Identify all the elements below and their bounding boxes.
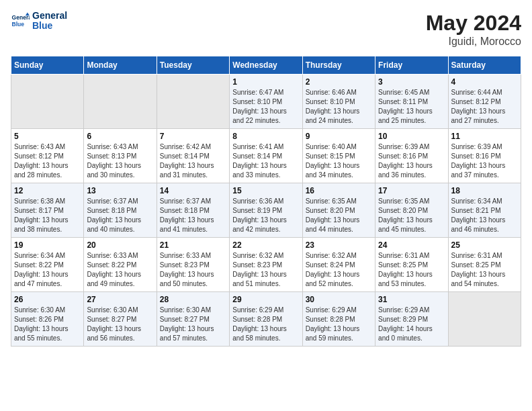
calendar-body: 1Sunrise: 6:47 AM Sunset: 8:10 PM Daylig… xyxy=(11,75,521,347)
day-info: Sunrise: 6:33 AM Sunset: 8:22 PM Dayligh… xyxy=(87,251,153,289)
day-number: 7 xyxy=(160,132,226,141)
day-number: 23 xyxy=(306,240,372,250)
day-info: Sunrise: 6:46 AM Sunset: 8:10 PM Dayligh… xyxy=(306,88,372,126)
day-info: Sunrise: 6:30 AM Sunset: 8:27 PM Dayligh… xyxy=(87,306,153,343)
day-number: 6 xyxy=(87,132,153,141)
calendar-week-row: 19Sunrise: 6:34 AM Sunset: 8:22 PM Dayli… xyxy=(11,238,521,292)
day-info: Sunrise: 6:42 AM Sunset: 8:14 PM Dayligh… xyxy=(160,142,226,180)
calendar-cell: 13Sunrise: 6:37 AM Sunset: 8:18 PM Dayli… xyxy=(84,183,157,238)
day-number: 1 xyxy=(232,77,299,87)
calendar-cell xyxy=(157,75,229,129)
calendar-cell: 21Sunrise: 6:33 AM Sunset: 8:23 PM Dayli… xyxy=(157,238,229,292)
day-info: Sunrise: 6:34 AM Sunset: 8:22 PM Dayligh… xyxy=(14,251,81,289)
day-number: 27 xyxy=(87,295,153,304)
calendar-cell: 6Sunrise: 6:43 AM Sunset: 8:13 PM Daylig… xyxy=(84,129,157,183)
day-number: 20 xyxy=(87,240,153,250)
header-row: SundayMondayTuesdayWednesdayThursdayFrid… xyxy=(11,56,521,75)
day-info: Sunrise: 6:31 AM Sunset: 8:25 PM Dayligh… xyxy=(378,251,445,289)
day-info: Sunrise: 6:32 AM Sunset: 8:23 PM Dayligh… xyxy=(232,251,299,289)
day-number: 17 xyxy=(378,186,445,195)
calendar-cell: 15Sunrise: 6:36 AM Sunset: 8:19 PM Dayli… xyxy=(230,183,302,238)
weekday-header: Wednesday xyxy=(230,56,302,75)
calendar-cell: 24Sunrise: 6:31 AM Sunset: 8:25 PM Dayli… xyxy=(375,238,448,292)
day-number: 3 xyxy=(378,77,445,87)
day-info: Sunrise: 6:39 AM Sunset: 8:16 PM Dayligh… xyxy=(378,142,445,180)
day-info: Sunrise: 6:31 AM Sunset: 8:25 PM Dayligh… xyxy=(451,251,518,289)
calendar-cell xyxy=(84,75,157,129)
day-number: 8 xyxy=(232,132,299,141)
month-year: May 2024 xyxy=(426,11,521,36)
day-info: Sunrise: 6:39 AM Sunset: 8:16 PM Dayligh… xyxy=(451,142,518,180)
calendar-cell: 19Sunrise: 6:34 AM Sunset: 8:22 PM Dayli… xyxy=(11,238,84,292)
day-number: 4 xyxy=(451,77,518,87)
day-info: Sunrise: 6:29 AM Sunset: 8:29 PM Dayligh… xyxy=(378,306,445,343)
calendar-cell: 14Sunrise: 6:37 AM Sunset: 8:18 PM Dayli… xyxy=(157,183,229,238)
calendar-cell: 7Sunrise: 6:42 AM Sunset: 8:14 PM Daylig… xyxy=(157,129,229,183)
location: Iguidi, Morocco xyxy=(426,36,521,48)
day-info: Sunrise: 6:29 AM Sunset: 8:28 PM Dayligh… xyxy=(306,306,372,343)
logo-blue: Blue xyxy=(32,21,67,31)
day-number: 15 xyxy=(232,186,299,195)
day-number: 30 xyxy=(306,295,372,304)
day-info: Sunrise: 6:45 AM Sunset: 8:11 PM Dayligh… xyxy=(378,88,445,126)
day-number: 25 xyxy=(451,240,518,250)
calendar-week-row: 12Sunrise: 6:38 AM Sunset: 8:17 PM Dayli… xyxy=(11,183,521,238)
day-number: 22 xyxy=(232,240,299,250)
day-info: Sunrise: 6:35 AM Sunset: 8:20 PM Dayligh… xyxy=(378,197,445,234)
weekday-header: Thursday xyxy=(302,56,375,75)
weekday-header: Sunday xyxy=(11,56,84,75)
weekday-header: Friday xyxy=(375,56,448,75)
day-number: 18 xyxy=(451,186,518,195)
calendar-cell: 25Sunrise: 6:31 AM Sunset: 8:25 PM Dayli… xyxy=(448,238,521,292)
day-number: 11 xyxy=(451,132,518,141)
day-number: 28 xyxy=(160,295,226,304)
calendar-cell: 8Sunrise: 6:41 AM Sunset: 8:14 PM Daylig… xyxy=(230,129,302,183)
day-info: Sunrise: 6:37 AM Sunset: 8:18 PM Dayligh… xyxy=(160,197,226,234)
calendar-week-row: 5Sunrise: 6:43 AM Sunset: 8:12 PM Daylig… xyxy=(11,129,521,183)
day-info: Sunrise: 6:29 AM Sunset: 8:28 PM Dayligh… xyxy=(232,306,299,343)
day-info: Sunrise: 6:43 AM Sunset: 8:13 PM Dayligh… xyxy=(87,142,153,180)
day-number: 13 xyxy=(87,186,153,195)
weekday-header: Monday xyxy=(84,56,157,75)
calendar-cell: 9Sunrise: 6:40 AM Sunset: 8:15 PM Daylig… xyxy=(302,129,375,183)
calendar-week-row: 26Sunrise: 6:30 AM Sunset: 8:26 PM Dayli… xyxy=(11,292,521,347)
day-info: Sunrise: 6:36 AM Sunset: 8:19 PM Dayligh… xyxy=(232,197,299,234)
day-info: Sunrise: 6:30 AM Sunset: 8:27 PM Dayligh… xyxy=(160,306,226,343)
calendar-cell: 4Sunrise: 6:44 AM Sunset: 8:12 PM Daylig… xyxy=(448,75,521,129)
day-number: 2 xyxy=(306,77,372,87)
calendar-cell: 22Sunrise: 6:32 AM Sunset: 8:23 PM Dayli… xyxy=(230,238,302,292)
day-number: 19 xyxy=(14,240,81,250)
day-info: Sunrise: 6:37 AM Sunset: 8:18 PM Dayligh… xyxy=(87,197,153,234)
calendar-cell: 26Sunrise: 6:30 AM Sunset: 8:26 PM Dayli… xyxy=(11,292,84,347)
calendar-cell: 11Sunrise: 6:39 AM Sunset: 8:16 PM Dayli… xyxy=(448,129,521,183)
calendar-cell: 3Sunrise: 6:45 AM Sunset: 8:11 PM Daylig… xyxy=(375,75,448,129)
day-info: Sunrise: 6:34 AM Sunset: 8:21 PM Dayligh… xyxy=(451,197,518,234)
calendar-cell xyxy=(11,75,84,129)
calendar-cell: 5Sunrise: 6:43 AM Sunset: 8:12 PM Daylig… xyxy=(11,129,84,183)
day-info: Sunrise: 6:32 AM Sunset: 8:24 PM Dayligh… xyxy=(306,251,372,289)
day-number: 16 xyxy=(306,186,372,195)
calendar-cell: 2Sunrise: 6:46 AM Sunset: 8:10 PM Daylig… xyxy=(302,75,375,129)
title-block: May 2024 Iguidi, Morocco xyxy=(426,11,521,48)
day-number: 29 xyxy=(232,295,299,304)
calendar-table: SundayMondayTuesdayWednesdayThursdayFrid… xyxy=(11,56,521,347)
calendar-cell: 16Sunrise: 6:35 AM Sunset: 8:20 PM Dayli… xyxy=(302,183,375,238)
page-header: General Blue General Blue May 2024 Iguid… xyxy=(11,11,521,48)
logo-icon: General Blue xyxy=(11,11,30,30)
calendar-cell: 28Sunrise: 6:30 AM Sunset: 8:27 PM Dayli… xyxy=(157,292,229,347)
day-number: 10 xyxy=(378,132,445,141)
calendar-cell: 12Sunrise: 6:38 AM Sunset: 8:17 PM Dayli… xyxy=(11,183,84,238)
calendar-cell: 27Sunrise: 6:30 AM Sunset: 8:27 PM Dayli… xyxy=(84,292,157,347)
day-number: 14 xyxy=(160,186,226,195)
calendar-cell: 29Sunrise: 6:29 AM Sunset: 8:28 PM Dayli… xyxy=(230,292,302,347)
day-number: 5 xyxy=(14,132,81,141)
calendar-cell: 17Sunrise: 6:35 AM Sunset: 8:20 PM Dayli… xyxy=(375,183,448,238)
calendar-cell: 1Sunrise: 6:47 AM Sunset: 8:10 PM Daylig… xyxy=(230,75,302,129)
day-info: Sunrise: 6:47 AM Sunset: 8:10 PM Dayligh… xyxy=(232,88,299,126)
day-number: 21 xyxy=(160,240,226,250)
logo-general: General xyxy=(32,11,67,21)
day-info: Sunrise: 6:30 AM Sunset: 8:26 PM Dayligh… xyxy=(14,306,81,343)
calendar-week-row: 1Sunrise: 6:47 AM Sunset: 8:10 PM Daylig… xyxy=(11,75,521,129)
calendar-cell: 31Sunrise: 6:29 AM Sunset: 8:29 PM Dayli… xyxy=(375,292,448,347)
calendar-cell xyxy=(448,292,521,347)
